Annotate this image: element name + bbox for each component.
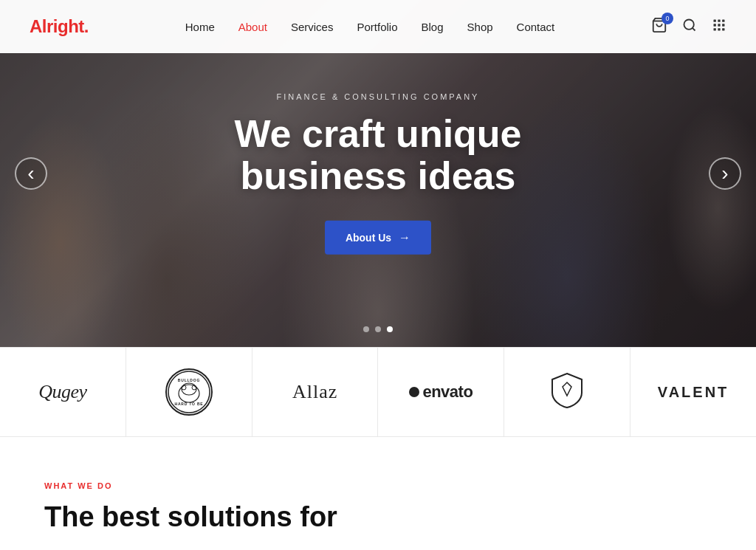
section-tag: What We Do	[44, 481, 712, 490]
svg-line-2	[693, 27, 695, 30]
hero-content: Finance & Consulting Company We craft un…	[157, 92, 599, 255]
svg-rect-6	[714, 24, 716, 26]
svg-rect-9	[714, 28, 716, 30]
logo-text: Alright	[30, 16, 84, 36]
partner-bulldog[interactable]: HARD TO BE BULLDOG	[126, 348, 252, 436]
nav-blog[interactable]: Blog	[422, 21, 444, 33]
cart-badge: 0	[662, 13, 673, 24]
search-button[interactable]	[682, 18, 697, 36]
nav-about[interactable]: About	[238, 21, 267, 33]
svg-rect-4	[718, 19, 720, 21]
dot-3[interactable]	[387, 326, 393, 332]
svg-text:BULLDOG: BULLDOG	[178, 378, 200, 382]
partner-envato[interactable]: envato	[378, 348, 504, 436]
site-header: Alright. Home About Services Portfolio B…	[0, 0, 756, 53]
svg-text:HARD TO BE: HARD TO BE	[174, 402, 203, 406]
partner-logo-envato: envato	[409, 382, 472, 402]
hero-title: We craft unique business ideas	[157, 113, 599, 197]
arrow-icon: →	[399, 231, 410, 244]
partners-bar: Qugey HARD TO BE BULLDOG Allaz envato	[0, 347, 756, 437]
svg-rect-5	[722, 19, 724, 21]
nav-services[interactable]: Services	[291, 21, 334, 33]
site-logo[interactable]: Alright.	[30, 16, 89, 37]
what-we-do-section: What We Do The best solutions for	[0, 437, 756, 549]
nav-portfolio[interactable]: Portfolio	[357, 21, 397, 33]
section-title: The best solutions for	[44, 501, 712, 534]
main-nav: Home About Services Portfolio Blog Shop …	[185, 21, 555, 33]
svg-point-1	[684, 19, 694, 29]
about-us-label: About Us	[346, 232, 391, 244]
partner-logo-bulldog: HARD TO BE BULLDOG	[165, 368, 213, 416]
partner-logo-valent: VALENT	[658, 384, 729, 401]
dot-2[interactable]	[375, 326, 381, 332]
logo-dot: .	[84, 16, 89, 36]
nav-home[interactable]: Home	[185, 21, 215, 33]
svg-rect-8	[722, 24, 724, 26]
svg-rect-3	[714, 19, 716, 21]
partner-valent[interactable]: VALENT	[630, 348, 756, 436]
hero-prev-button[interactable]: ‹	[15, 157, 47, 190]
grid-menu-button[interactable]	[712, 18, 726, 36]
svg-rect-10	[718, 28, 720, 30]
partner-qugey[interactable]: Qugey	[0, 348, 126, 436]
partner-logo-shield	[551, 372, 583, 412]
nav-shop[interactable]: Shop	[467, 21, 493, 33]
partner-allaz[interactable]: Allaz	[252, 348, 379, 436]
nav-contact[interactable]: Contact	[517, 21, 555, 33]
hero-subtitle: Finance & Consulting Company	[157, 92, 599, 101]
cart-button[interactable]: 0	[651, 17, 667, 36]
hero-dots	[363, 326, 393, 332]
hero-next-button[interactable]: ›	[709, 157, 741, 190]
partner-shield[interactable]	[504, 348, 630, 436]
svg-rect-11	[722, 28, 724, 30]
dot-1[interactable]	[363, 326, 369, 332]
header-icons: 0	[651, 17, 726, 36]
partner-logo-allaz: Allaz	[292, 381, 337, 403]
svg-rect-7	[718, 24, 720, 26]
about-us-button[interactable]: About Us →	[325, 221, 431, 255]
partner-logo-qugey: Qugey	[38, 381, 86, 403]
